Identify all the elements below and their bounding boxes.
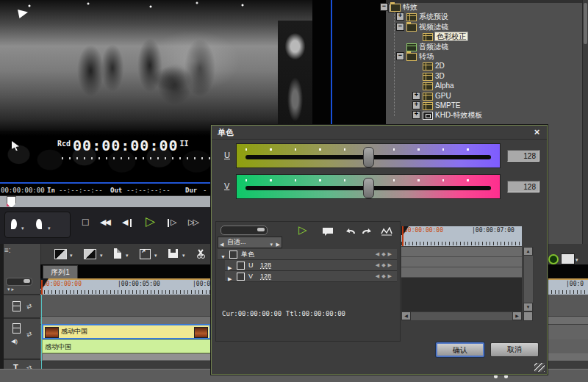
fast-forward-button[interactable]: ▷▷ xyxy=(188,217,198,227)
export-icon[interactable] xyxy=(140,249,151,259)
kf-row-u[interactable]: ▶ U 128 ◀◆▶ xyxy=(225,260,397,271)
fx-item-label[interactable]: Alpha xyxy=(435,82,454,90)
app-window: Rcd00:00:00:00II 00:00:00:00 In --:--:--… xyxy=(0,0,588,382)
u-value-field[interactable]: 128 xyxy=(507,150,539,162)
in-point-dropdown-icon[interactable]: ▾ xyxy=(21,226,24,231)
v-value-field[interactable]: 128 xyxy=(507,181,539,192)
kf-nav-arrows[interactable]: ◀◆▶ xyxy=(376,260,394,270)
set-out-point-icon[interactable] xyxy=(36,219,42,229)
v-slider-thumb[interactable] xyxy=(363,178,374,198)
curve-icon[interactable] xyxy=(381,227,392,236)
u-gradient-slider[interactable] xyxy=(236,143,501,168)
kf-lane[interactable] xyxy=(401,247,522,257)
dialog-titlebar[interactable]: 单色 × xyxy=(212,126,547,140)
video2-patch-icon[interactable]: ⇄ xyxy=(26,330,33,339)
audio-clip[interactable]: 感动中国 xyxy=(42,339,211,353)
kf-vscrollbar[interactable] xyxy=(523,247,534,311)
kf-row-monochrome[interactable]: ▼ 单色 ◀◆▶ xyxy=(218,249,397,260)
transition-a-dropdown-icon[interactable]: ▾ xyxy=(70,253,73,259)
kf-expand-icon[interactable]: ▶ xyxy=(228,274,232,284)
video1-patch-icon[interactable]: ⇄ xyxy=(26,302,33,311)
fx-item-label[interactable]: SMPTE xyxy=(435,101,460,109)
transition-b-dropdown-icon[interactable]: ▾ xyxy=(100,253,103,259)
next-frame-button[interactable]: ▷ xyxy=(171,217,175,227)
video-clip[interactable]: 感动中国 xyxy=(42,324,211,339)
audio-speaker-icon[interactable]: ◀) xyxy=(11,338,18,345)
comment-bubble-icon[interactable] xyxy=(322,227,334,237)
preset-down-icon[interactable]: ▾ xyxy=(270,239,273,249)
kf-checkbox[interactable] xyxy=(237,273,245,281)
kf-lane[interactable] xyxy=(401,257,522,267)
fx-item-label[interactable]: KHD-特效模板 xyxy=(435,111,482,119)
effects-scrollbar[interactable] xyxy=(582,0,588,246)
kf-scroll-right-button[interactable]: ▶ xyxy=(512,311,522,320)
u-slider-thumb[interactable] xyxy=(363,147,374,167)
right-toolbar-icon[interactable] xyxy=(561,253,575,264)
preview-scrubber[interactable] xyxy=(0,195,211,208)
panel-menu-icon[interactable]: ≡: xyxy=(4,246,11,254)
expand-icon[interactable]: + xyxy=(396,12,404,21)
undo-icon[interactable] xyxy=(345,228,356,236)
fx-item-label[interactable]: GPU xyxy=(435,92,451,100)
kf-lane[interactable] xyxy=(401,267,522,278)
dialog-resize-grip[interactable] xyxy=(534,363,545,372)
kf-nav-arrows[interactable]: ◀◆▶ xyxy=(376,249,394,259)
kf-checkbox[interactable] xyxy=(229,251,237,259)
window-left-edge xyxy=(0,244,4,382)
right-toolbar-dropdown-icon[interactable]: ▾ xyxy=(576,257,578,263)
save-icon[interactable] xyxy=(168,249,178,258)
transition-a-icon[interactable] xyxy=(54,249,67,259)
fx-item-label[interactable]: 3D xyxy=(435,72,445,80)
stop-button[interactable]: □ xyxy=(82,216,88,228)
kf-scroll-down-button[interactable]: ▼ xyxy=(523,303,533,311)
kf-scroll-up-button[interactable]: ▲ xyxy=(523,247,533,256)
export-dropdown-icon[interactable]: ▾ xyxy=(154,253,157,259)
effects-scrollbar-thumb[interactable] xyxy=(584,3,587,44)
fx-item-label[interactable]: 特效 xyxy=(403,3,417,11)
collapse-icon[interactable]: − xyxy=(396,23,404,31)
track-expand-icons[interactable]: ▾ ▸ xyxy=(7,286,14,292)
save-dropdown-icon[interactable]: ▾ xyxy=(182,253,185,259)
dialog-close-button[interactable]: × xyxy=(531,126,542,137)
v-gradient-slider[interactable] xyxy=(236,174,501,199)
kf-timeline-ruler[interactable]: 00:00:00:00 |00:00:07:00 xyxy=(401,226,522,246)
kf-hscrollbar[interactable] xyxy=(401,311,522,321)
fx-item-label[interactable]: 系统预设 xyxy=(419,12,448,21)
kf-play-button[interactable]: ▷ xyxy=(298,223,307,237)
set-in-point-icon[interactable] xyxy=(11,219,17,229)
play-button[interactable]: ▷ xyxy=(146,214,155,229)
new-sequence-dropdown-icon[interactable]: ▾ xyxy=(126,253,129,259)
record-indicator-icon[interactable] xyxy=(548,254,559,264)
fx-item-label[interactable]: 色彩校正 xyxy=(435,32,467,40)
rewind-button[interactable]: ◀◀ xyxy=(100,217,110,227)
expand-icon[interactable]: + xyxy=(412,101,420,109)
kf-zoom-slider[interactable] xyxy=(220,226,268,235)
fx-item-label[interactable]: 2D xyxy=(435,62,445,70)
out-point-dropdown-icon[interactable]: ▾ xyxy=(48,226,51,231)
fx-item-label[interactable]: 视频滤镜 xyxy=(419,23,448,31)
cut-icon[interactable] xyxy=(196,249,206,259)
fx-item-label[interactable]: 音频滤镜 xyxy=(419,43,448,51)
preset-right-icon[interactable]: ▶ xyxy=(276,239,280,249)
collapse-icon[interactable]: − xyxy=(380,3,388,11)
expand-icon[interactable]: + xyxy=(412,111,420,119)
expand-icon[interactable]: + xyxy=(412,92,420,100)
tab-sequence-1[interactable]: 序列1 xyxy=(43,265,78,279)
track-zoom-slider[interactable] xyxy=(6,278,32,286)
kf-checkbox[interactable] xyxy=(237,262,245,270)
transition-b-icon[interactable] xyxy=(84,249,96,259)
new-sequence-icon[interactable] xyxy=(114,248,121,259)
kf-scroll-left-button[interactable]: ◀ xyxy=(401,311,411,320)
kf-ruler-ticks xyxy=(401,242,522,245)
kf-row-v[interactable]: ▶ V 128 ◀◆▶ xyxy=(225,271,397,282)
preset-left-icon[interactable]: ◀ xyxy=(220,239,223,249)
confirm-button[interactable]: 确认 xyxy=(436,342,484,357)
fx-item-label[interactable]: 转场 xyxy=(419,52,434,60)
clip-waveform-bar[interactable] xyxy=(42,353,211,361)
preset-dropdown[interactable]: ◀ 自适... ▾ ▶ xyxy=(218,237,282,248)
kf-nav-arrows[interactable]: ◀◆▶ xyxy=(376,271,394,281)
prev-frame-button[interactable]: ◀ xyxy=(122,217,126,227)
redo-icon[interactable] xyxy=(362,228,372,236)
collapse-icon[interactable]: − xyxy=(396,52,404,60)
cancel-button[interactable]: 取消 xyxy=(490,342,539,357)
